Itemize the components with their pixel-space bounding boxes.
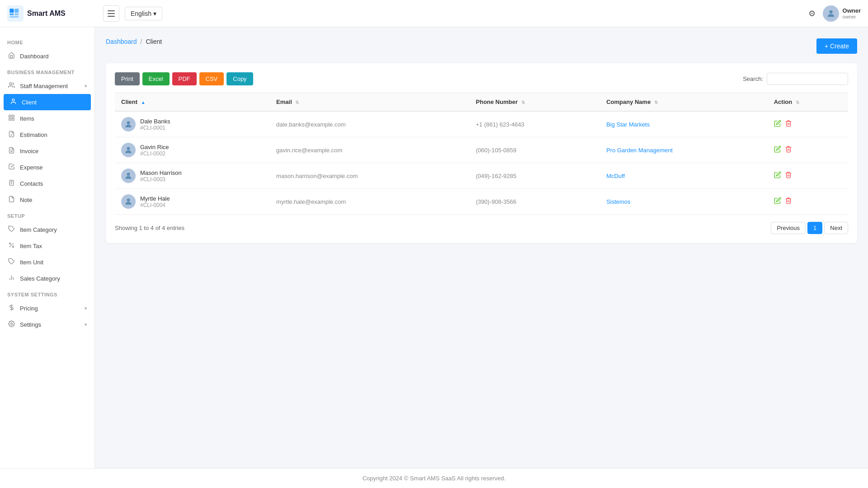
phone-cell: (390)-908-3566 bbox=[470, 189, 600, 215]
language-button[interactable]: English ▾ bbox=[125, 7, 162, 20]
sidebar-item-pricing-label: Pricing bbox=[20, 305, 80, 312]
breadcrumb-dashboard-link[interactable]: Dashboard bbox=[106, 38, 137, 45]
create-button[interactable]: + Create bbox=[816, 38, 857, 54]
sidebar-item-item-unit[interactable]: Item Unit bbox=[0, 254, 94, 270]
sidebar-item-contacts[interactable]: Contacts bbox=[0, 175, 94, 192]
house-icon bbox=[7, 52, 15, 60]
edit-button[interactable] bbox=[774, 145, 781, 155]
next-button[interactable]: Next bbox=[824, 222, 848, 234]
tag-icon bbox=[7, 225, 15, 234]
logo-icon bbox=[7, 5, 24, 22]
chart-icon bbox=[7, 274, 15, 282]
company-cell: Pro Garden Management bbox=[600, 137, 768, 163]
delete-button[interactable] bbox=[785, 120, 792, 129]
sort-icon: ⇅ bbox=[654, 100, 658, 105]
grid-icon bbox=[7, 114, 15, 122]
sidebar-item-note[interactable]: Note bbox=[0, 192, 94, 208]
language-arrow-icon: ▾ bbox=[153, 10, 156, 17]
svg-rect-15 bbox=[12, 118, 14, 120]
delete-button[interactable] bbox=[785, 171, 792, 180]
table-row: Dale Banks #CLI-0001 dale.banks@example.… bbox=[115, 111, 848, 137]
logo: Smart AMS bbox=[7, 5, 98, 22]
sidebar-item-item-category-label: Item Category bbox=[20, 226, 87, 233]
address-book-icon bbox=[7, 179, 15, 188]
client-info: Dale Banks #CLI-0001 bbox=[140, 118, 170, 131]
page-1-button[interactable]: 1 bbox=[807, 222, 822, 234]
sidebar-section-system-settings: System Settings bbox=[0, 286, 94, 300]
email-cell: myrtle.hale@example.com bbox=[270, 189, 469, 215]
breadcrumb-current: Client bbox=[146, 38, 162, 45]
svg-point-10 bbox=[9, 83, 12, 85]
settings-gear-button[interactable]: ⚙ bbox=[808, 9, 816, 19]
csv-button[interactable]: CSV bbox=[199, 72, 224, 85]
client-avatar bbox=[121, 194, 136, 209]
email-cell: gavin.rice@example.com bbox=[270, 137, 469, 163]
footer-text: Copyright 2024 © Smart AMS SaaS All righ… bbox=[363, 475, 506, 482]
sidebar-item-estimation-label: Estimation bbox=[20, 131, 87, 138]
edit-button[interactable] bbox=[774, 171, 781, 180]
client-name: Gavin Rice bbox=[140, 144, 169, 150]
svg-point-29 bbox=[127, 173, 130, 176]
svg-rect-12 bbox=[9, 115, 10, 117]
svg-point-9 bbox=[829, 10, 832, 13]
sidebar-item-estimation[interactable]: Estimation bbox=[0, 127, 94, 143]
client-avatar bbox=[121, 143, 136, 157]
client-cell: Gavin Rice #CLI-0002 bbox=[115, 137, 270, 163]
pdf-button[interactable]: PDF bbox=[172, 72, 197, 85]
svg-rect-3 bbox=[9, 14, 14, 15]
client-avatar bbox=[121, 169, 136, 183]
avatar bbox=[823, 5, 839, 22]
print-button[interactable]: Print bbox=[115, 72, 140, 85]
topnav: Smart AMS English ▾ ⚙ Owne bbox=[0, 0, 868, 27]
col-action: Action ⇅ bbox=[768, 93, 848, 112]
sidebar-item-client-label: Client bbox=[22, 99, 85, 106]
user-text: Owner owner bbox=[843, 7, 861, 19]
svg-point-30 bbox=[127, 198, 130, 202]
hamburger-button[interactable] bbox=[103, 5, 119, 22]
sidebar-item-items-label: Items bbox=[20, 115, 87, 122]
dollar-icon bbox=[7, 304, 15, 312]
edit-button[interactable] bbox=[774, 197, 781, 206]
sidebar-item-expense[interactable]: Expense bbox=[0, 159, 94, 175]
sidebar-item-contacts-label: Contacts bbox=[20, 180, 87, 187]
sidebar-item-settings[interactable]: Settings ▾ bbox=[0, 316, 94, 333]
action-cell bbox=[768, 163, 848, 189]
sidebar-item-settings-label: Settings bbox=[20, 321, 80, 328]
col-phone: Phone Number ⇅ bbox=[470, 93, 600, 112]
client-cell: Mason Harrison #CLI-0003 bbox=[115, 163, 270, 189]
sidebar-item-sales-category[interactable]: Sales Category bbox=[0, 270, 94, 286]
table-row: Gavin Rice #CLI-0002 gavin.rice@example.… bbox=[115, 137, 848, 163]
sidebar-item-item-unit-label: Item Unit bbox=[20, 259, 87, 266]
sidebar-item-dashboard[interactable]: Dashboard bbox=[0, 48, 94, 64]
previous-button[interactable]: Previous bbox=[771, 222, 806, 234]
sidebar-item-item-tax[interactable]: Item Tax bbox=[0, 238, 94, 254]
sidebar-item-pricing[interactable]: Pricing ▾ bbox=[0, 300, 94, 316]
client-info: Myrtle Hale #CLI-0004 bbox=[140, 195, 170, 208]
table-row: Myrtle Hale #CLI-0004 myrtle.hale@exampl… bbox=[115, 189, 848, 215]
breadcrumb: Dashboard / Client bbox=[106, 38, 162, 45]
excel-button[interactable]: Excel bbox=[142, 72, 170, 85]
client-table-card: Print Excel PDF CSV Copy Search: Client … bbox=[106, 63, 857, 243]
sort-asc-icon: ▲ bbox=[141, 100, 146, 105]
action-cell bbox=[768, 111, 848, 137]
person-icon bbox=[9, 98, 17, 106]
sidebar-item-items[interactable]: Items bbox=[0, 110, 94, 127]
sidebar: Home Dashboard Business Management Staff… bbox=[0, 27, 95, 468]
sidebar-item-item-category[interactable]: Item Category bbox=[0, 221, 94, 238]
sidebar-item-client[interactable]: Client bbox=[4, 94, 91, 110]
copy-button[interactable]: Copy bbox=[226, 72, 253, 85]
sidebar-item-staff-management[interactable]: Staff Management ▾ bbox=[0, 78, 94, 94]
delete-button[interactable] bbox=[785, 145, 792, 155]
sidebar-section-setup: Setup bbox=[0, 208, 94, 221]
sidebar-item-invoice[interactable]: Invoice bbox=[0, 143, 94, 159]
delete-button[interactable] bbox=[785, 197, 792, 206]
svg-point-26 bbox=[10, 323, 12, 325]
language-label: English bbox=[131, 10, 151, 17]
svg-rect-2 bbox=[14, 9, 19, 13]
svg-rect-8 bbox=[108, 16, 115, 17]
search-input[interactable] bbox=[767, 73, 848, 85]
gear-icon: ⚙ bbox=[808, 9, 816, 18]
client-info: Mason Harrison #CLI-0003 bbox=[140, 169, 182, 183]
edit-button[interactable] bbox=[774, 120, 781, 129]
topnav-left: Smart AMS English ▾ bbox=[7, 5, 162, 22]
